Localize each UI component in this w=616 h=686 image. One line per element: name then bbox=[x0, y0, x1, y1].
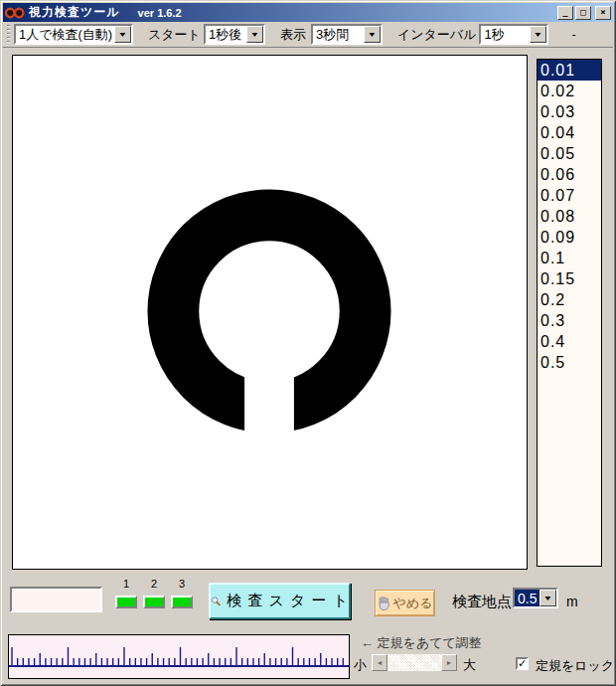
calibration-ruler bbox=[8, 634, 350, 679]
interval-select[interactable]: 1秒 ▼ bbox=[479, 24, 548, 45]
landolt-c bbox=[13, 56, 527, 569]
indicator-3: 3 bbox=[170, 578, 194, 608]
small-label: 小 bbox=[354, 656, 367, 674]
minimize-icon[interactable]: _ bbox=[557, 6, 573, 20]
acuity-list-item[interactable]: 0.5 bbox=[538, 352, 601, 373]
optotype-canvas bbox=[12, 55, 528, 570]
chevron-down-icon[interactable]: ▼ bbox=[364, 26, 381, 43]
hand-icon bbox=[378, 597, 390, 610]
ruler-ticks bbox=[9, 635, 349, 678]
acuity-list-item[interactable]: 0.03 bbox=[538, 101, 601, 122]
acuity-list-item[interactable]: 0.2 bbox=[538, 289, 601, 310]
large-label: 大 bbox=[463, 656, 476, 674]
app-eyes-icon bbox=[5, 6, 25, 20]
indicator-2: 2 bbox=[142, 578, 166, 608]
indicator-label: 3 bbox=[170, 578, 194, 592]
maximize-icon[interactable]: □ bbox=[575, 6, 591, 20]
chevron-down-icon[interactable]: ▼ bbox=[114, 26, 131, 43]
chevron-down-icon[interactable]: ▼ bbox=[246, 26, 263, 43]
stop-button[interactable]: やめる bbox=[375, 590, 435, 616]
app-window: 視力検査ツール ver 1.6.2 _ □ × 1人で検査(自動) ▼ スタート… bbox=[0, 0, 616, 686]
distance-label: 検査地点 bbox=[452, 593, 512, 611]
indicator-label: 2 bbox=[142, 578, 166, 592]
start-test-label: 検 査 ス タ ー ト bbox=[227, 592, 349, 610]
acuity-list-item[interactable]: 0.01 bbox=[538, 60, 601, 81]
stop-label: やめる bbox=[393, 595, 433, 612]
toolbar: 1人で検査(自動) ▼ スタート 1秒後 ▼ 表示 3秒間 ▼ インターバル 1… bbox=[3, 22, 613, 48]
scrollbar-track[interactable] bbox=[387, 654, 441, 671]
display-duration-select[interactable]: 3秒間 ▼ bbox=[311, 24, 383, 45]
start-delay-select[interactable]: 1秒後 ▼ bbox=[204, 24, 265, 45]
start-label: スタート bbox=[148, 26, 201, 44]
acuity-list-item[interactable]: 0.08 bbox=[538, 206, 601, 227]
acuity-list-item[interactable]: 0.4 bbox=[538, 331, 601, 352]
lock-ruler-checkbox[interactable]: ✓ bbox=[516, 657, 529, 670]
acuity-list-item[interactable]: 0.07 bbox=[538, 185, 601, 206]
distance-unit-label: m bbox=[566, 594, 578, 609]
indicator-led bbox=[143, 596, 165, 608]
acuity-list-item[interactable]: 0.09 bbox=[538, 227, 601, 248]
close-icon[interactable]: × bbox=[595, 6, 611, 20]
chevron-down-icon[interactable]: ▼ bbox=[530, 26, 546, 43]
acuity-list-item[interactable]: 0.15 bbox=[538, 268, 601, 289]
mode-select[interactable]: 1人で検査(自動) ▼ bbox=[14, 24, 133, 45]
acuity-list: 0.010.020.030.040.050.060.070.080.090.10… bbox=[537, 59, 602, 567]
title-bar: 視力検査ツール ver 1.6.2 _ □ × bbox=[3, 3, 613, 22]
acuity-list-item[interactable]: 0.06 bbox=[538, 164, 601, 185]
lock-ruler-label: 定規をロック bbox=[536, 657, 614, 675]
scroll-left-icon[interactable]: ◄ bbox=[372, 654, 387, 671]
adjust-hint-label: ← 定規をあてて調整 bbox=[361, 634, 482, 652]
scroll-right-icon[interactable]: ► bbox=[441, 654, 457, 671]
acuity-list-item[interactable]: 0.02 bbox=[538, 81, 601, 101]
acuity-list-item[interactable]: 0.1 bbox=[538, 248, 601, 268]
size-scrollbar[interactable]: ◄ ► bbox=[372, 654, 457, 671]
answer-input[interactable] bbox=[10, 587, 102, 612]
indicator-1: 1 bbox=[114, 578, 138, 608]
chevron-down-icon[interactable]: ▼ bbox=[539, 590, 556, 606]
window-version: ver 1.6.2 bbox=[138, 7, 182, 19]
interval-label: インターバル bbox=[397, 26, 477, 44]
check-icon: ✓ bbox=[518, 659, 527, 668]
display-label: 表示 bbox=[280, 26, 306, 44]
indicator-label: 1 bbox=[114, 578, 138, 592]
acuity-list-item[interactable]: 0.04 bbox=[538, 122, 601, 143]
indicator-led bbox=[115, 596, 137, 608]
toolbar-status: - bbox=[571, 27, 575, 42]
magnifier-icon bbox=[211, 593, 221, 609]
acuity-list-item[interactable]: 0.05 bbox=[538, 143, 601, 164]
distance-select[interactable]: 0.5 ▼ bbox=[513, 588, 558, 608]
toolbar-grip-handle[interactable] bbox=[7, 25, 10, 45]
indicator-led bbox=[171, 596, 193, 608]
acuity-list-item[interactable]: 0.3 bbox=[538, 310, 601, 331]
window-title: 視力検査ツール bbox=[29, 4, 120, 21]
start-test-button[interactable]: 検 査 ス タ ー ト bbox=[209, 583, 351, 619]
